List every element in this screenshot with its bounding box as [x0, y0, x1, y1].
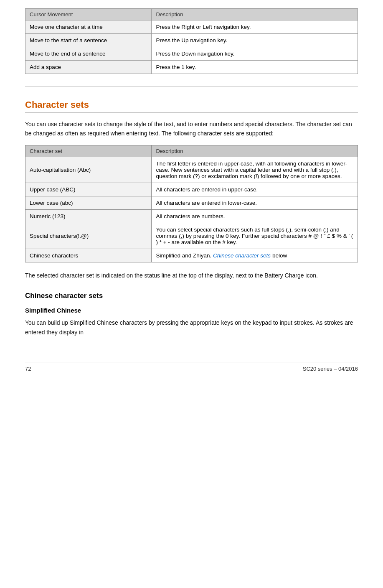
cursor-table-row: Add a space Press the 1 key.: [25, 61, 358, 74]
cursor-movement-cell: Move one character at a time: [25, 20, 152, 34]
cursor-description-cell: Press the Right or Left navigation key.: [152, 20, 358, 34]
cursor-table-row: Move one character at a time Press the R…: [25, 20, 358, 34]
doc-ref: SC20 series – 04/2016: [303, 366, 358, 372]
charset-desc-cell: All characters are numbers.: [152, 209, 358, 223]
cursor-description-cell: Press the 1 key.: [152, 61, 358, 74]
charset-name-cell: Special characters(!.@): [25, 223, 152, 249]
charset-desc-cell: Simplified and Zhiyan. Chinese character…: [152, 249, 358, 262]
cursor-movement-cell: Add a space: [25, 61, 152, 74]
charset-name-cell: Lower case (abc): [25, 196, 152, 209]
section-divider: [25, 87, 358, 87]
charset-name-cell: Chinese characters: [25, 249, 152, 262]
character-sets-heading: Character sets: [25, 99, 358, 113]
charset-name-cell: Numeric (123): [25, 209, 152, 223]
cursor-description-cell: Press the Up navigation key.: [152, 34, 358, 47]
charset-table-row: Numeric (123) All characters are numbers…: [25, 209, 358, 223]
charset-footer-text: The selected character set is indicated …: [25, 271, 358, 280]
charset-desc-cell: All characters are entered in lower-case…: [152, 196, 358, 209]
chinese-character-sets-link[interactable]: Chinese character sets: [213, 252, 271, 259]
cursor-table-row: Move to the start of a sentence Press th…: [25, 34, 358, 47]
chinese-character-sets-section: Chinese character sets Simplified Chines…: [25, 292, 358, 337]
cursor-table-col2-header: Description: [152, 9, 358, 20]
simplified-chinese-body: You can build up Simplified Chinese char…: [25, 318, 358, 337]
cursor-movement-cell: Move to the end of a sentence: [25, 47, 152, 61]
cursor-description-cell: Press the Down navigation key.: [152, 47, 358, 61]
chinese-sets-heading: Chinese character sets: [25, 292, 358, 300]
charset-desc-cell: You can select special characters such a…: [152, 223, 358, 249]
charset-desc-cell: The first letter is entered in upper-cas…: [152, 157, 358, 183]
page-number: 72: [25, 366, 31, 372]
cursor-movement-table: Cursor Movement Description Move one cha…: [25, 8, 358, 74]
page-footer: 72 SC20 series – 04/2016: [25, 362, 358, 372]
character-sets-section: Character sets You can use character set…: [25, 99, 358, 280]
cursor-table-row: Move to the end of a sentence Press the …: [25, 47, 358, 61]
character-sets-intro: You can use character sets to change the…: [25, 120, 358, 138]
charset-table-row: Auto-capitalisation (Abc) The first lett…: [25, 157, 358, 183]
charset-table-row: Special characters(!.@) You can select s…: [25, 223, 358, 249]
charset-table-row: Lower case (abc) All characters are ente…: [25, 196, 358, 209]
charset-desc-cell: All characters are entered in upper-case…: [152, 183, 358, 196]
charset-table-row: Chinese characters Simplified and Zhiyan…: [25, 249, 358, 262]
charset-table: Character set Description Auto-capitalis…: [25, 145, 358, 262]
charset-table-col1-header: Character set: [25, 145, 152, 157]
charset-name-cell: Auto-capitalisation (Abc): [25, 157, 152, 183]
charset-table-col2-header: Description: [152, 145, 358, 157]
charset-name-cell: Upper case (ABC): [25, 183, 152, 196]
simplified-chinese-subheading: Simplified Chinese: [25, 307, 358, 314]
cursor-table-col1-header: Cursor Movement: [25, 9, 152, 20]
charset-table-row: Upper case (ABC) All characters are ente…: [25, 183, 358, 196]
cursor-movement-cell: Move to the start of a sentence: [25, 34, 152, 47]
